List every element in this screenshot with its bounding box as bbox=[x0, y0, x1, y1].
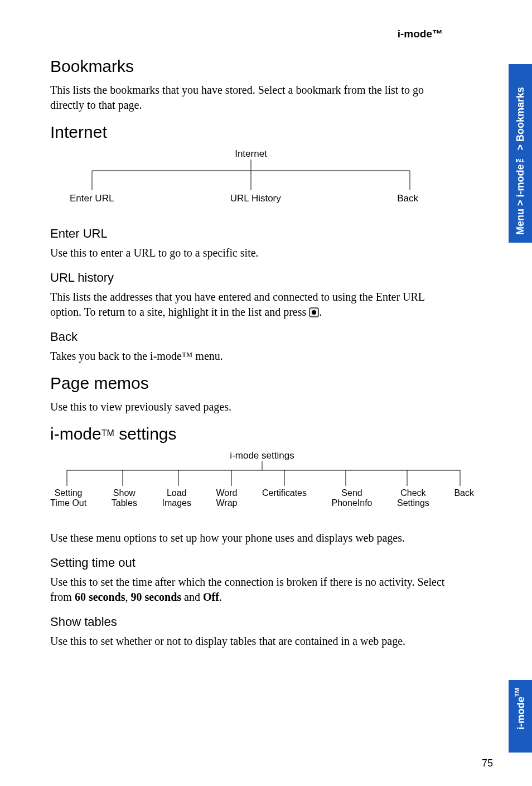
page-number: 75 bbox=[482, 758, 493, 769]
settings-leaf-images: Load Images bbox=[162, 488, 191, 509]
heading-back: Back bbox=[50, 330, 499, 344]
heading-setting-timeout: Setting time out bbox=[50, 556, 499, 570]
settings-leaf-timeout: Setting Time Out bbox=[50, 488, 86, 509]
body-bookmarks: This lists the bookmarks that you have s… bbox=[50, 83, 452, 113]
internet-leaf-url-history: URL History bbox=[230, 193, 281, 204]
internet-leaf-back: Back bbox=[397, 193, 418, 204]
heading-imode-settings: i-modeTM settings bbox=[50, 425, 499, 443]
heading-show-tables: Show tables bbox=[50, 615, 499, 629]
settings-leaf-certs: Certificates bbox=[262, 488, 307, 509]
body-back: Takes you back to the i-mode™ menu. bbox=[50, 349, 452, 364]
settings-leaf-check: Check Settings bbox=[397, 488, 429, 509]
select-button-icon bbox=[309, 307, 319, 317]
settings-leaf-phoneinfo: Send PhoneInfo bbox=[332, 488, 373, 509]
body-setting-timeout: Use this to set the time after which the… bbox=[50, 575, 452, 605]
heading-internet: Internet bbox=[50, 123, 499, 142]
imode-settings-tree-root: i-mode settings bbox=[50, 450, 474, 461]
body-imode-settings: Use these menu options to set up how you… bbox=[50, 531, 452, 546]
imode-settings-tree: i-mode settings Setting Time Out Show Ta… bbox=[50, 450, 474, 509]
settings-leaf-tables: Show Tables bbox=[112, 488, 137, 509]
body-page-memos: Use this to view previously saved pages. bbox=[50, 399, 452, 414]
internet-tree-root: Internet bbox=[50, 148, 452, 160]
tree-connector-icon bbox=[50, 160, 452, 193]
heading-page-memos: Page memos bbox=[50, 374, 499, 393]
settings-leaf-wordwrap: Word Wrap bbox=[216, 488, 238, 509]
heading-url-history: URL history bbox=[50, 271, 499, 285]
tree-connector-icon bbox=[50, 461, 474, 488]
internet-tree: Internet Enter URL URL History Back bbox=[50, 148, 452, 204]
heading-enter-url: Enter URL bbox=[50, 226, 499, 241]
settings-leaf-back: Back bbox=[454, 488, 474, 509]
body-url-history: This lists the addresses that you have e… bbox=[50, 290, 452, 320]
heading-bookmarks: Bookmarks bbox=[50, 57, 499, 76]
page-header-section: i-mode™ bbox=[50, 28, 499, 40]
internet-leaf-enter-url: Enter URL bbox=[70, 193, 114, 204]
body-enter-url: Use this to enter a URL to go to a speci… bbox=[50, 245, 452, 261]
body-show-tables: Use this to set whether or not to displa… bbox=[50, 634, 452, 649]
